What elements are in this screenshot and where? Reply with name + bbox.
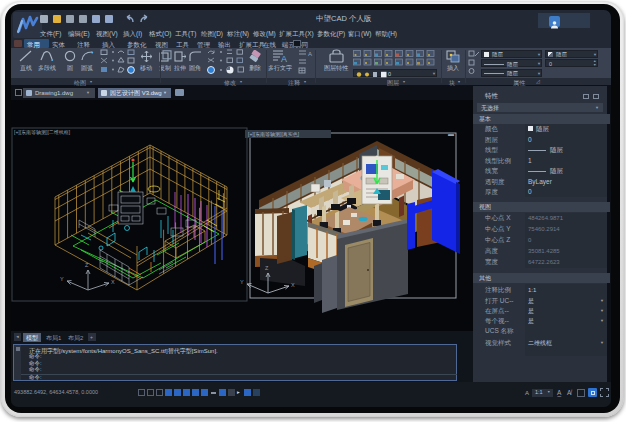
svg-text:Y: Y — [240, 279, 244, 285]
svg-text:X: X — [291, 282, 295, 288]
svg-text:A: A — [308, 51, 312, 57]
svg-text:A: A — [281, 54, 287, 63]
svg-text:Y: Y — [60, 276, 64, 282]
svg-text:X: X — [111, 279, 115, 285]
